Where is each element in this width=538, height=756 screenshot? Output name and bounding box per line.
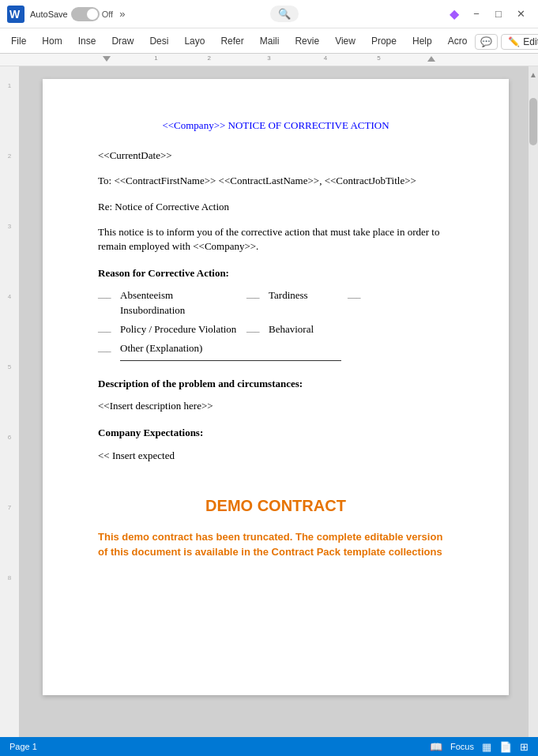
view-icon-2[interactable]: 📄 (499, 741, 512, 753)
ruler-mark-4: 4 (324, 55, 327, 62)
body-text: This notice is to inform you of the corr… (98, 226, 439, 252)
comment-icon: 💬 (480, 36, 492, 47)
cb-absenteeism: AbsenteeismInsubordination (120, 288, 246, 317)
insert-expected: << Insert expected (98, 449, 453, 463)
document-body: This notice is to inform you of the corr… (98, 225, 453, 254)
margin-mark-6: 6 (8, 434, 11, 441)
tab-layout[interactable]: Layo (176, 31, 213, 53)
reason-label: Reason for Corrective Action: (98, 266, 453, 280)
expectations-section: Company Expectations: << Insert expected (98, 426, 453, 462)
tab-insert[interactable]: Inse (70, 31, 104, 53)
page-indicator: Page 1 (9, 742, 37, 751)
explanation-field (120, 360, 341, 361)
tab-home[interactable]: Hom (34, 31, 70, 53)
statusbar-right: 📖 Focus ▦ 📄 ⊞ (430, 741, 529, 753)
date-field: <<CurrentDate>> (98, 149, 172, 161)
tab-design[interactable]: Desi (141, 31, 176, 53)
margin-mark-7: 7 (8, 504, 11, 511)
ruler-mark-3: 3 (267, 55, 270, 62)
more-arrows[interactable]: » (119, 8, 125, 20)
view-icon-3[interactable]: ⊞ (520, 741, 529, 753)
tab-review[interactable]: Revie (287, 31, 327, 53)
pencil-icon: ✏️ (508, 36, 520, 47)
cb-behavioral: Behavioral (269, 322, 314, 337)
autosave-label: AutoSave (30, 9, 68, 19)
scrollbar-thumb[interactable] (529, 98, 537, 145)
description-field: <<Insert description here>> (98, 399, 453, 413)
cb-mark-6: ___ (98, 342, 120, 354)
ruler-mark-5: 5 (377, 55, 380, 62)
demo-text: This demo contract has been truncated. T… (98, 529, 453, 560)
scroll-area[interactable]: <<Company>> NOTICE OF CORRECTIVE ACTION … (19, 66, 529, 737)
margin-mark-8: 8 (8, 574, 11, 581)
document-date: <<CurrentDate>> (98, 149, 453, 163)
description-label: Description of the problem and circumsta… (98, 377, 453, 391)
margin-mark-5: 5 (8, 363, 11, 370)
cb-other: Other (Explanation) (120, 341, 202, 355)
maximize-button[interactable]: □ (487, 3, 510, 25)
read-icon[interactable]: 📖 (430, 741, 442, 753)
word-icon: W (6, 5, 25, 24)
tab-references[interactable]: Refer (213, 31, 251, 53)
svg-text:W: W (9, 8, 21, 21)
tab-draw[interactable]: Draw (103, 31, 141, 53)
search-icon: 🔍 (278, 8, 291, 20)
checkbox-row-3: ___ Other (Explanation) (98, 341, 453, 361)
document-to: To: <<ContractFirstName>> <<ContractLast… (98, 174, 453, 188)
tab-file[interactable]: File (3, 31, 34, 53)
cb-mark-4: ___ (98, 322, 120, 337)
description-value: <<Insert description here>> (98, 400, 213, 412)
tab-properties[interactable]: Prope (363, 31, 404, 53)
editing-label: Editing (523, 36, 538, 47)
tab-view[interactable]: View (327, 31, 363, 53)
toggle-state-label: Off (102, 9, 113, 19)
toggle-knob (87, 9, 98, 20)
search-box[interactable]: 🔍 (270, 6, 299, 22)
margin-mark-3: 3 (8, 223, 11, 230)
titlebar: W AutoSave Off » 🔍 ◆ − □ ✕ (0, 0, 538, 28)
cb-mark-5: ___ (246, 322, 269, 337)
minimize-button[interactable]: − (465, 3, 487, 25)
left-margin: 1 2 3 4 5 6 7 8 (0, 66, 19, 737)
tab-acrobat[interactable]: Acro (440, 31, 476, 53)
checkbox-row-1: ___ AbsenteeismInsubordination ___ Tardi… (98, 288, 453, 317)
ruler: 1 2 3 4 5 (0, 54, 538, 66)
description-section: Description of the problem and circumsta… (98, 377, 453, 413)
demo-section: DEMO CONTRACT This demo contract has bee… (98, 495, 453, 560)
scrollbar[interactable]: ▲ (529, 66, 538, 737)
ruler-right-indent (427, 56, 435, 62)
insert-expected-text: << Insert expected (98, 449, 175, 461)
focus-label[interactable]: Focus (450, 742, 474, 751)
to-line: To: <<ContractFirstName>> <<ContractLast… (98, 175, 416, 186)
comment-button[interactable]: 💬 (475, 34, 498, 50)
cb-mark-3: ___ (348, 288, 370, 317)
cb-mark-1: ___ (98, 288, 120, 317)
document-re: Re: Notice of Corrective Action (98, 200, 453, 214)
checkbox-row-2: ___ Policy / Procedure Violation ___ Beh… (98, 322, 453, 337)
diamond-icon: ◆ (450, 6, 459, 21)
autosave-toggle[interactable] (71, 7, 100, 21)
main-area: 1 2 3 4 5 6 7 8 <<Company>> NOTICE OF CO… (0, 66, 538, 737)
document-title: <<Company>> NOTICE OF CORRECTIVE ACTION (98, 118, 453, 133)
expectations-label: Company Expectations: (98, 426, 453, 440)
statusbar: Page 1 📖 Focus ▦ 📄 ⊞ (0, 737, 538, 756)
margin-mark-2: 2 (8, 152, 11, 160)
re-line: Re: Notice of Corrective Action (98, 201, 229, 213)
cb-policy: Policy / Procedure Violation (120, 322, 246, 337)
editing-button[interactable]: ✏️ Editing ▾ (501, 34, 538, 50)
cb-mark-2: ___ (246, 288, 269, 317)
margin-mark-4: 4 (8, 293, 11, 300)
ribbon-tabs: File Hom Inse Draw Desi Layo Refer Maili… (0, 28, 538, 54)
tab-mailings[interactable]: Maili (252, 31, 288, 53)
ruler-mark-2: 2 (207, 55, 210, 62)
view-icon-1[interactable]: ▦ (482, 741, 491, 753)
title-text: <<Company>> NOTICE OF CORRECTIVE ACTION (162, 119, 389, 131)
tab-help[interactable]: Help (404, 31, 440, 53)
cb-tardiness: Tardiness (269, 288, 348, 317)
document-page: <<Company>> NOTICE OF CORRECTIVE ACTION … (43, 79, 509, 695)
reason-section: Reason for Corrective Action: ___ Absent… (98, 266, 453, 361)
close-button[interactable]: ✕ (510, 3, 532, 25)
ruler-left-indent (103, 56, 111, 62)
demo-title: DEMO CONTRACT (98, 495, 453, 517)
scrollbar-up-arrow[interactable]: ▲ (529, 66, 538, 82)
